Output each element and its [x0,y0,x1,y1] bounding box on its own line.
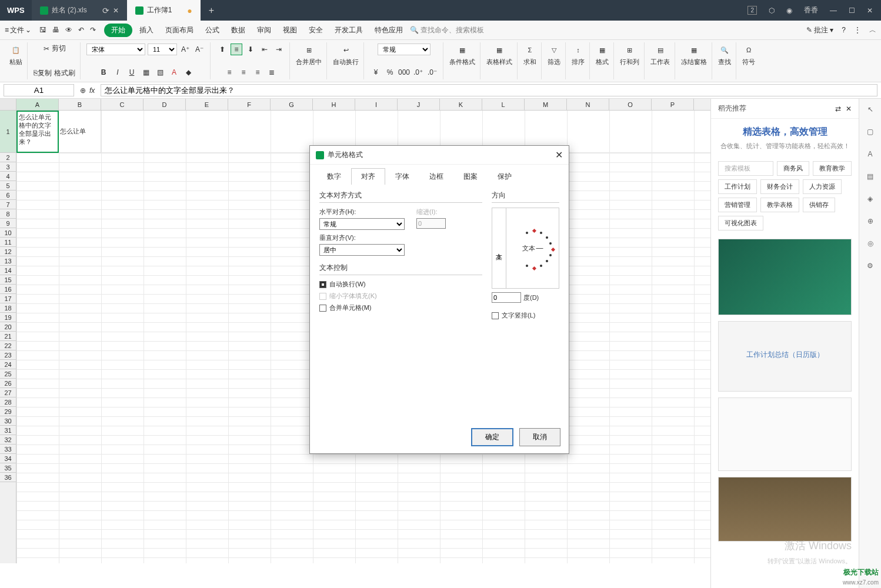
cancel-button[interactable]: 取消 [519,428,560,446]
align-right-icon[interactable]: ≡ [252,66,263,78]
sum-button[interactable]: Σ求和 [523,44,536,66]
formula-input[interactable] [101,84,877,96]
undo-icon[interactable]: ↶ [78,26,84,34]
col-head-f[interactable]: F [228,99,271,110]
row-head[interactable]: 35 [0,463,16,473]
row-head[interactable]: 4 [0,172,16,181]
redo-icon[interactable]: ↷ [90,26,96,34]
row-head[interactable]: 34 [0,454,16,463]
indent-input[interactable] [416,218,446,229]
decimal-inc-icon[interactable]: .0⁺ [412,66,424,78]
table-style-button[interactable]: ▦表格样式 [486,44,512,66]
col-head-k[interactable]: K [440,99,482,110]
tag-supply[interactable]: 供销存 [803,198,835,212]
col-head-b[interactable]: B [59,99,101,110]
panel-close-icon[interactable]: ✕ [846,105,852,113]
badge-icon[interactable]: 2 [747,6,757,15]
row-head[interactable]: 26 [0,379,16,388]
menu-review[interactable]: 审阅 [252,23,276,38]
currency-icon[interactable]: ¥ [370,66,382,78]
col-head-o[interactable]: O [609,99,652,110]
h-align-select[interactable]: 常规 [319,218,405,230]
user-avatar[interactable]: ◉ [786,6,792,15]
row-head[interactable]: 12 [0,247,16,256]
row-head[interactable]: 36 [0,473,16,482]
tab-pattern[interactable]: 图案 [453,168,488,185]
save-icon[interactable]: 🖫 [39,26,46,34]
row-head[interactable]: 22 [0,341,16,350]
row-head[interactable]: 8 [0,209,16,219]
cut-button[interactable]: ✂剪切 [44,44,66,54]
highlight-button[interactable]: ◆ [182,66,194,78]
tab-protect[interactable]: 保护 [488,168,522,185]
row-head[interactable]: 17 [0,294,16,303]
cond-format-button[interactable]: ▦条件格式 [449,44,475,66]
row-head[interactable]: 10 [0,228,16,238]
row-head[interactable]: 5 [0,181,16,191]
find-button[interactable]: 🔍查找 [718,44,731,66]
tag-hr[interactable]: 人力资源 [803,179,842,194]
cell-b1[interactable]: 怎么让单 [59,111,101,153]
maximize-button[interactable]: ☐ [849,6,855,15]
v-align-select[interactable]: 居中 [319,244,405,256]
row-head[interactable]: 23 [0,350,16,360]
row-head[interactable]: 15 [0,275,16,285]
comment-button[interactable]: ✎ 批注 ▾ [806,25,834,35]
col-head-a[interactable]: A [16,99,59,110]
tab-sync-icon[interactable]: ⟳ [102,6,109,15]
fx-icon[interactable]: fx [89,86,95,95]
row-head[interactable]: 28 [0,397,16,407]
percent-icon[interactable]: % [384,66,396,78]
row-head[interactable]: 18 [0,303,16,313]
worksheet-button[interactable]: ▤工作表 [650,44,670,66]
decrease-font-icon[interactable]: A⁻ [193,44,205,55]
merge-button[interactable]: ⊞合并居中 [296,44,322,66]
orient-vertical-label[interactable]: 文本 [492,208,506,288]
row-head[interactable]: 14 [0,266,16,275]
template-search[interactable]: 搜索模板 [718,161,773,176]
col-head-d[interactable]: D [144,99,186,110]
panel-settings-icon[interactable]: ⇄ [835,105,841,113]
symbol-button[interactable]: Ω符号 [742,44,755,66]
italic-button[interactable]: I [112,66,124,78]
row-col-button[interactable]: ⊞行和列 [620,44,639,66]
attribute-icon[interactable]: A [865,148,876,160]
freeze-button[interactable]: ▦冻结窗格 [681,44,707,66]
select-icon[interactable]: ↖ [865,103,876,115]
tag-work-plan[interactable]: 工作计划 [718,179,757,194]
vertical-text-checkbox[interactable]: 文字竖排(L) [492,311,559,320]
row-head[interactable]: 11 [0,238,16,247]
tag-marketing[interactable]: 营销管理 [718,198,757,212]
cloud-icon[interactable]: ◎ [865,238,876,249]
degree-input[interactable] [492,292,521,303]
row-head[interactable]: 31 [0,426,16,435]
dialog-close-button[interactable]: ✕ [555,149,563,161]
collapse-icon[interactable]: ︿ [869,25,876,35]
number-format-select[interactable]: 常规 [378,44,431,55]
document-tab-2[interactable]: 工作簿1 ● [127,0,201,21]
wrap-checkbox[interactable]: 自动换行(W) [319,280,482,289]
tag-viz[interactable]: 可视化图表 [718,216,763,230]
menu-view[interactable]: 视图 [278,23,302,38]
comma-icon[interactable]: 000 [398,66,410,78]
col-head-i[interactable]: I [355,99,398,110]
merge-checkbox[interactable]: 合并单元格(M) [319,303,482,312]
command-search[interactable]: 🔍 查找命令、搜索模板 [410,25,484,35]
menu-data[interactable]: 数据 [226,23,250,38]
help-icon[interactable]: ? [842,26,846,34]
menu-page-layout[interactable]: 页面布局 [161,23,198,38]
tab-border[interactable]: 边框 [419,168,453,185]
data-icon[interactable]: ▤ [865,171,876,182]
cell-a1[interactable]: 怎么让单元格中的文字全部显示出来？ [16,111,59,153]
gift-icon[interactable]: ⬡ [769,6,775,15]
tab-font[interactable]: 字体 [385,168,419,185]
menu-insert[interactable]: 插入 [135,23,158,38]
row-head[interactable]: 9 [0,219,16,228]
justify-icon[interactable]: ≣ [266,66,278,78]
col-head-j[interactable]: J [398,99,440,110]
name-box[interactable] [4,84,74,96]
zoom-icon[interactable]: ⊕ [80,86,86,95]
col-head-l[interactable]: L [482,99,525,110]
tab-number[interactable]: 数字 [317,168,351,185]
row-head[interactable]: 25 [0,369,16,379]
